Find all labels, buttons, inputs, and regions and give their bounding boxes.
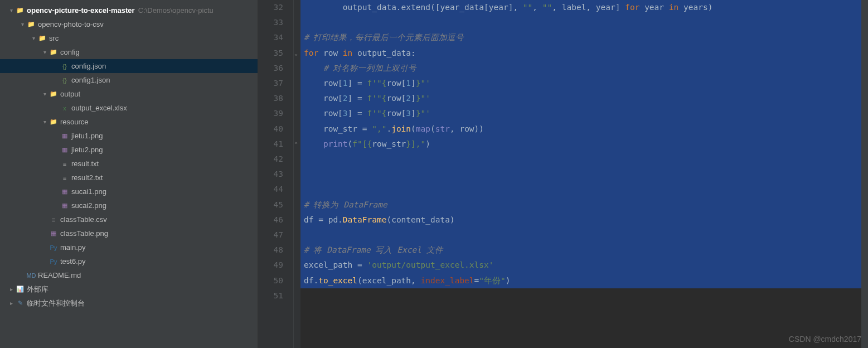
fold-start-icon[interactable]: ⌄ — [294, 46, 298, 61]
md-icon: MD — [27, 271, 36, 280]
chevron-down-icon[interactable]: ▾ — [40, 118, 49, 127]
tree-item-classtable-csv[interactable]: ▶≡classTable.csv — [0, 212, 258, 226]
tree-label: jietu1.png — [71, 132, 103, 140]
folder-icon: 📁 — [49, 90, 58, 99]
code-line[interactable]: row[2] = f'"{row[2]}"' — [300, 91, 861, 106]
image-icon: ▦ — [60, 146, 69, 154]
tree-label: classTable.csv — [60, 215, 107, 224]
line-number: 49 — [258, 258, 283, 273]
code-line[interactable]: row[3] = f'"{row[3]}"' — [300, 106, 861, 121]
code-line[interactable]: row_str = ",".join(map(str, row)) — [300, 122, 861, 137]
tree-label: opencv-photo-to-csv — [38, 20, 104, 28]
txt-icon: ≡ — [60, 160, 69, 168]
line-number: 37 — [258, 76, 283, 91]
line-number: 34 — [258, 30, 283, 45]
chevron-right-icon[interactable]: ▸ — [7, 285, 16, 294]
tree-label: sucai1.png — [71, 187, 106, 196]
code-line[interactable]: row[1] = f'"{row[1]}"' — [300, 76, 861, 91]
image-icon: ▦ — [60, 187, 69, 196]
code-area[interactable]: output_data.extend([year_data[year], "",… — [300, 0, 861, 348]
code-line[interactable] — [300, 15, 861, 30]
tree-item-test6-py[interactable]: ▶Pytest6.py — [0, 254, 258, 268]
code-line[interactable]: excel_path = 'output/output_excel.xlsx' — [300, 258, 861, 273]
tree-label: output — [60, 90, 80, 98]
project-tree[interactable]: ▾📁opencv-picture-to-excel-masterC:\Demos… — [0, 0, 258, 348]
tree-item-sucai2-png[interactable]: ▶▦sucai2.png — [0, 199, 258, 212]
watermark: CSDN @cmdch2017 — [789, 335, 861, 344]
chevron-down-icon[interactable]: ▾ — [29, 34, 38, 43]
tree-label: jietu2.png — [71, 146, 103, 154]
tree-item-resource[interactable]: ▾📁resource — [0, 115, 258, 129]
line-number: 39 — [258, 106, 283, 121]
tree-label: output_excel.xlsx — [71, 104, 127, 112]
code-line[interactable] — [300, 182, 861, 197]
tree-label: config1.json — [71, 76, 110, 84]
tree-item-result-txt[interactable]: ▶≡result.txt — [0, 157, 258, 171]
code-line[interactable]: # 打印结果，每行最后一个元素后面加逗号 — [300, 30, 861, 45]
tree-label: result2.txt — [71, 173, 103, 182]
folder-icon: 📁 — [27, 20, 36, 29]
tree-item-sucai1-png[interactable]: ▶▦sucai1.png — [0, 185, 258, 199]
tree-item-result2-txt[interactable]: ▶≡result2.txt — [0, 171, 258, 185]
code-line[interactable]: df = pd.DataFrame(content_data) — [300, 212, 861, 228]
line-number: 33 — [258, 15, 283, 30]
tree-item-main-py[interactable]: ▶Pymain.py — [0, 240, 258, 254]
tree-label: README.md — [38, 271, 81, 279]
tree-item-config1-json[interactable]: ▶{}config1.json — [0, 73, 258, 87]
tree-item-opencv-picture-to-excel-master[interactable]: ▾📁opencv-picture-to-excel-masterC:\Demos… — [0, 3, 258, 17]
tree-item-config-json[interactable]: ▶{}config.json — [0, 59, 258, 73]
py-icon: Py — [49, 257, 58, 266]
chevron-down-icon[interactable]: ▾ — [18, 20, 27, 29]
tree-item-jietu1-png[interactable]: ▶▦jietu1.png — [0, 129, 258, 143]
tree-path: C:\Demos\opencv-pictu — [138, 6, 214, 14]
tree-label: src — [49, 34, 59, 42]
chevron-down-icon[interactable]: ▾ — [40, 48, 49, 57]
code-line[interactable]: # 将 DataFrame 写入 Excel 文件 — [300, 243, 861, 258]
line-number: 44 — [258, 182, 283, 197]
image-icon: ▦ — [49, 229, 58, 238]
tree-item--[interactable]: ▸📊外部库 — [0, 282, 258, 296]
code-line[interactable] — [300, 152, 861, 167]
code-line[interactable] — [300, 228, 861, 243]
tree-item-config[interactable]: ▾📁config — [0, 45, 258, 59]
fold-end-icon[interactable]: ⌃ — [294, 137, 298, 152]
code-line[interactable]: # 对名称一列加上双引号 — [300, 61, 861, 76]
tree-item--[interactable]: ▸✎临时文件和控制台 — [0, 296, 258, 310]
code-line[interactable]: print(f"[{row_str}],") — [300, 137, 861, 152]
tree-item-output[interactable]: ▾📁output — [0, 87, 258, 101]
line-number: 48 — [258, 243, 283, 258]
code-line[interactable]: for row in output_data: — [300, 46, 861, 61]
tree-item-src[interactable]: ▾📁src — [0, 31, 258, 45]
code-line[interactable]: output_data.extend([year_data[year], "",… — [300, 0, 861, 15]
tree-item-classtable-png[interactable]: ▶▦classTable.png — [0, 226, 258, 240]
tree-item-output-excel-xlsx[interactable]: ▶xoutput_excel.xlsx — [0, 101, 258, 115]
tree-item-readme-md[interactable]: ▶MDREADME.md — [0, 268, 258, 282]
tree-item-jietu2-png[interactable]: ▶▦jietu2.png — [0, 143, 258, 157]
line-number: 42 — [258, 152, 283, 167]
line-number: 50 — [258, 273, 283, 288]
code-line[interactable]: df.to_excel(excel_path, index_label="年份"… — [300, 273, 861, 288]
code-editor[interactable]: 3233343536373839404142434445464748495051… — [258, 0, 868, 348]
chevron-right-icon[interactable]: ▸ — [7, 299, 16, 308]
line-number: 36 — [258, 61, 283, 76]
tree-label: opencv-picture-to-excel-master — [27, 6, 135, 14]
py-icon: Py — [49, 243, 58, 252]
tree-label: 临时文件和控制台 — [27, 298, 85, 308]
editor-scrollbar[interactable] — [861, 0, 868, 348]
code-line[interactable] — [300, 167, 861, 182]
code-line[interactable] — [300, 288, 861, 303]
line-gutter: 3233343536373839404142434445464748495051 — [258, 0, 294, 348]
tree-label: sucai2.png — [71, 201, 106, 210]
chevron-down-icon[interactable]: ▾ — [7, 6, 16, 15]
chevron-down-icon[interactable]: ▾ — [40, 90, 49, 99]
tree-item-opencv-photo-to-csv[interactable]: ▾📁opencv-photo-to-csv — [0, 17, 258, 31]
line-number: 32 — [258, 0, 283, 15]
line-number: 35 — [258, 46, 283, 61]
line-number: 47 — [258, 228, 283, 243]
tree-label: 外部库 — [27, 284, 49, 294]
line-number: 38 — [258, 91, 283, 106]
fold-gutter[interactable]: ⌄⌃ — [294, 0, 300, 348]
line-number: 51 — [258, 288, 283, 303]
code-line[interactable]: # 转换为 DataFrame — [300, 197, 861, 212]
tree-label: config — [60, 48, 80, 56]
